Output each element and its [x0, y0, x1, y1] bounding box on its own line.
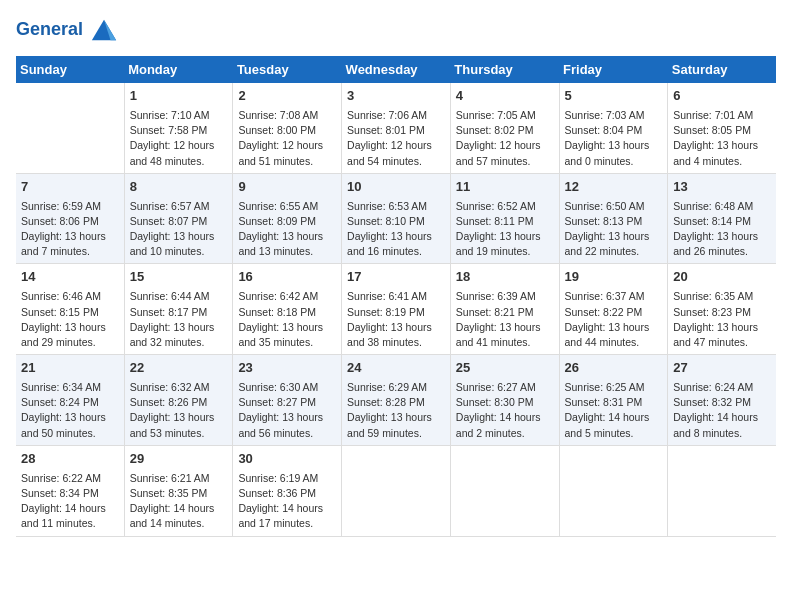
calendar-cell: 9Sunrise: 6:55 AM Sunset: 8:09 PM Daylig…	[233, 173, 342, 264]
day-info: Sunrise: 6:24 AM Sunset: 8:32 PM Dayligh…	[673, 380, 771, 441]
day-info: Sunrise: 6:46 AM Sunset: 8:15 PM Dayligh…	[21, 289, 119, 350]
day-header-tuesday: Tuesday	[233, 56, 342, 83]
day-number: 1	[130, 87, 228, 106]
day-number: 13	[673, 178, 771, 197]
day-info: Sunrise: 6:35 AM Sunset: 8:23 PM Dayligh…	[673, 289, 771, 350]
day-info: Sunrise: 6:32 AM Sunset: 8:26 PM Dayligh…	[130, 380, 228, 441]
calendar-cell: 20Sunrise: 6:35 AM Sunset: 8:23 PM Dayli…	[668, 264, 776, 355]
calendar-cell	[450, 445, 559, 536]
day-info: Sunrise: 6:53 AM Sunset: 8:10 PM Dayligh…	[347, 199, 445, 260]
calendar-cell: 22Sunrise: 6:32 AM Sunset: 8:26 PM Dayli…	[124, 355, 233, 446]
calendar-cell: 27Sunrise: 6:24 AM Sunset: 8:32 PM Dayli…	[668, 355, 776, 446]
day-number: 27	[673, 359, 771, 378]
day-info: Sunrise: 6:44 AM Sunset: 8:17 PM Dayligh…	[130, 289, 228, 350]
day-info: Sunrise: 6:21 AM Sunset: 8:35 PM Dayligh…	[130, 471, 228, 532]
calendar-cell: 4Sunrise: 7:05 AM Sunset: 8:02 PM Daylig…	[450, 83, 559, 173]
calendar-cell: 18Sunrise: 6:39 AM Sunset: 8:21 PM Dayli…	[450, 264, 559, 355]
calendar-cell: 7Sunrise: 6:59 AM Sunset: 8:06 PM Daylig…	[16, 173, 124, 264]
day-number: 3	[347, 87, 445, 106]
calendar-cell: 14Sunrise: 6:46 AM Sunset: 8:15 PM Dayli…	[16, 264, 124, 355]
day-number: 11	[456, 178, 554, 197]
day-info: Sunrise: 6:42 AM Sunset: 8:18 PM Dayligh…	[238, 289, 336, 350]
day-header-wednesday: Wednesday	[342, 56, 451, 83]
day-info: Sunrise: 6:48 AM Sunset: 8:14 PM Dayligh…	[673, 199, 771, 260]
day-info: Sunrise: 6:52 AM Sunset: 8:11 PM Dayligh…	[456, 199, 554, 260]
day-number: 22	[130, 359, 228, 378]
week-row-3: 14Sunrise: 6:46 AM Sunset: 8:15 PM Dayli…	[16, 264, 776, 355]
page-header: General	[16, 16, 776, 44]
calendar-cell: 5Sunrise: 7:03 AM Sunset: 8:04 PM Daylig…	[559, 83, 668, 173]
day-header-sunday: Sunday	[16, 56, 124, 83]
calendar-cell: 21Sunrise: 6:34 AM Sunset: 8:24 PM Dayli…	[16, 355, 124, 446]
day-info: Sunrise: 6:29 AM Sunset: 8:28 PM Dayligh…	[347, 380, 445, 441]
logo: General	[16, 16, 118, 44]
day-number: 29	[130, 450, 228, 469]
day-number: 15	[130, 268, 228, 287]
calendar-cell: 13Sunrise: 6:48 AM Sunset: 8:14 PM Dayli…	[668, 173, 776, 264]
calendar-cell: 24Sunrise: 6:29 AM Sunset: 8:28 PM Dayli…	[342, 355, 451, 446]
calendar-cell: 17Sunrise: 6:41 AM Sunset: 8:19 PM Dayli…	[342, 264, 451, 355]
day-number: 21	[21, 359, 119, 378]
day-number: 18	[456, 268, 554, 287]
day-info: Sunrise: 7:03 AM Sunset: 8:04 PM Dayligh…	[565, 108, 663, 169]
day-info: Sunrise: 6:22 AM Sunset: 8:34 PM Dayligh…	[21, 471, 119, 532]
day-number: 8	[130, 178, 228, 197]
calendar-cell: 6Sunrise: 7:01 AM Sunset: 8:05 PM Daylig…	[668, 83, 776, 173]
day-info: Sunrise: 7:08 AM Sunset: 8:00 PM Dayligh…	[238, 108, 336, 169]
calendar-table: SundayMondayTuesdayWednesdayThursdayFrid…	[16, 56, 776, 537]
week-row-1: 1Sunrise: 7:10 AM Sunset: 7:58 PM Daylig…	[16, 83, 776, 173]
day-number: 16	[238, 268, 336, 287]
calendar-cell: 29Sunrise: 6:21 AM Sunset: 8:35 PM Dayli…	[124, 445, 233, 536]
calendar-cell: 15Sunrise: 6:44 AM Sunset: 8:17 PM Dayli…	[124, 264, 233, 355]
day-number: 4	[456, 87, 554, 106]
day-number: 2	[238, 87, 336, 106]
week-row-4: 21Sunrise: 6:34 AM Sunset: 8:24 PM Dayli…	[16, 355, 776, 446]
calendar-cell: 2Sunrise: 7:08 AM Sunset: 8:00 PM Daylig…	[233, 83, 342, 173]
day-info: Sunrise: 6:34 AM Sunset: 8:24 PM Dayligh…	[21, 380, 119, 441]
calendar-cell: 10Sunrise: 6:53 AM Sunset: 8:10 PM Dayli…	[342, 173, 451, 264]
calendar-cell: 16Sunrise: 6:42 AM Sunset: 8:18 PM Dayli…	[233, 264, 342, 355]
day-info: Sunrise: 6:27 AM Sunset: 8:30 PM Dayligh…	[456, 380, 554, 441]
calendar-cell: 23Sunrise: 6:30 AM Sunset: 8:27 PM Dayli…	[233, 355, 342, 446]
header-row: SundayMondayTuesdayWednesdayThursdayFrid…	[16, 56, 776, 83]
calendar-cell: 19Sunrise: 6:37 AM Sunset: 8:22 PM Dayli…	[559, 264, 668, 355]
day-info: Sunrise: 6:19 AM Sunset: 8:36 PM Dayligh…	[238, 471, 336, 532]
day-info: Sunrise: 6:55 AM Sunset: 8:09 PM Dayligh…	[238, 199, 336, 260]
day-info: Sunrise: 6:30 AM Sunset: 8:27 PM Dayligh…	[238, 380, 336, 441]
calendar-cell: 28Sunrise: 6:22 AM Sunset: 8:34 PM Dayli…	[16, 445, 124, 536]
calendar-cell	[559, 445, 668, 536]
day-info: Sunrise: 6:37 AM Sunset: 8:22 PM Dayligh…	[565, 289, 663, 350]
calendar-cell	[668, 445, 776, 536]
day-number: 10	[347, 178, 445, 197]
week-row-5: 28Sunrise: 6:22 AM Sunset: 8:34 PM Dayli…	[16, 445, 776, 536]
calendar-cell: 26Sunrise: 6:25 AM Sunset: 8:31 PM Dayli…	[559, 355, 668, 446]
day-info: Sunrise: 6:39 AM Sunset: 8:21 PM Dayligh…	[456, 289, 554, 350]
calendar-cell: 30Sunrise: 6:19 AM Sunset: 8:36 PM Dayli…	[233, 445, 342, 536]
day-info: Sunrise: 7:01 AM Sunset: 8:05 PM Dayligh…	[673, 108, 771, 169]
day-number: 20	[673, 268, 771, 287]
day-number: 6	[673, 87, 771, 106]
day-header-monday: Monday	[124, 56, 233, 83]
day-info: Sunrise: 7:05 AM Sunset: 8:02 PM Dayligh…	[456, 108, 554, 169]
day-header-thursday: Thursday	[450, 56, 559, 83]
calendar-cell: 25Sunrise: 6:27 AM Sunset: 8:30 PM Dayli…	[450, 355, 559, 446]
day-header-saturday: Saturday	[668, 56, 776, 83]
calendar-cell	[16, 83, 124, 173]
day-info: Sunrise: 6:57 AM Sunset: 8:07 PM Dayligh…	[130, 199, 228, 260]
day-info: Sunrise: 6:41 AM Sunset: 8:19 PM Dayligh…	[347, 289, 445, 350]
calendar-cell: 11Sunrise: 6:52 AM Sunset: 8:11 PM Dayli…	[450, 173, 559, 264]
calendar-cell: 1Sunrise: 7:10 AM Sunset: 7:58 PM Daylig…	[124, 83, 233, 173]
calendar-cell: 12Sunrise: 6:50 AM Sunset: 8:13 PM Dayli…	[559, 173, 668, 264]
day-number: 19	[565, 268, 663, 287]
day-info: Sunrise: 6:50 AM Sunset: 8:13 PM Dayligh…	[565, 199, 663, 260]
day-number: 23	[238, 359, 336, 378]
day-number: 7	[21, 178, 119, 197]
day-number: 12	[565, 178, 663, 197]
day-number: 9	[238, 178, 336, 197]
day-header-friday: Friday	[559, 56, 668, 83]
day-number: 14	[21, 268, 119, 287]
day-number: 17	[347, 268, 445, 287]
day-info: Sunrise: 7:06 AM Sunset: 8:01 PM Dayligh…	[347, 108, 445, 169]
day-number: 28	[21, 450, 119, 469]
calendar-cell: 3Sunrise: 7:06 AM Sunset: 8:01 PM Daylig…	[342, 83, 451, 173]
